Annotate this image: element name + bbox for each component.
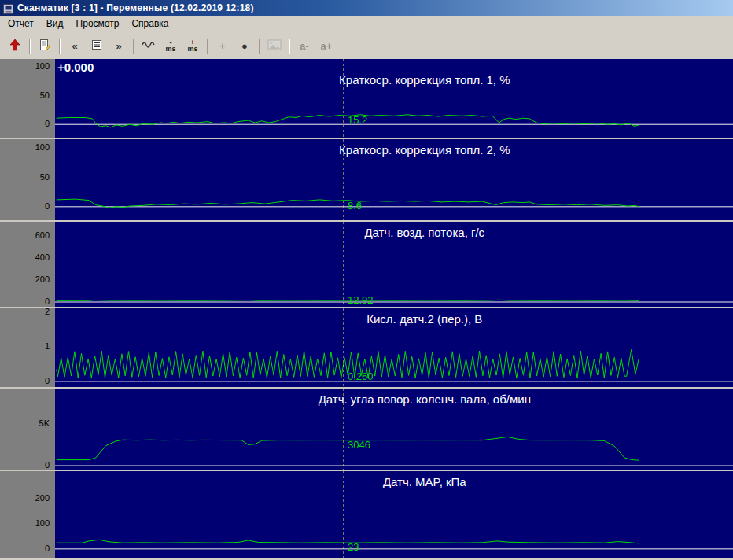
- font-smaller-icon: a-: [300, 41, 309, 51]
- list-icon: [90, 39, 103, 53]
- menu-item-browse[interactable]: Просмотр: [70, 17, 126, 30]
- cursor-value-label: 23: [348, 541, 359, 553]
- chart-axis: 5K0: [0, 389, 55, 470]
- chart-panel: 2001000 Датч. MAP, кПа 23: [0, 471, 733, 558]
- chart-title: Кисл. датч.2 (пер.), В: [366, 312, 482, 326]
- menu-bar: ОтчетВидПросмотрСправка: [0, 16, 733, 31]
- marker-icon: ●: [241, 41, 248, 51]
- report-icon: [39, 39, 51, 53]
- axis-tick-label: 100: [35, 61, 50, 72]
- menu-item-report[interactable]: Отчет: [2, 17, 40, 30]
- chart-plot[interactable]: Краткоср. коррекция топл. 2, % 8.6: [55, 139, 733, 220]
- cursor-value-label: 3046: [348, 439, 370, 451]
- chart-title: Датч. угла повор. коленч. вала, об/мин: [319, 392, 531, 406]
- chart-panel: 210 Кисл. датч.2 (пер.), В 0.260: [0, 308, 733, 387]
- toolbar-separator: [133, 39, 134, 54]
- axis-tick-label: 1: [45, 341, 50, 352]
- page-list-button[interactable]: [87, 37, 107, 56]
- wave-icon: [142, 39, 156, 53]
- axis-tick-label: 50: [40, 90, 50, 101]
- image-icon: [267, 39, 282, 53]
- toolbar: «»-ms+ms+●a-a+: [0, 31, 733, 59]
- chart-title: Краткоср. коррекция топл. 2, %: [339, 143, 510, 157]
- prev-page-button[interactable]: «: [64, 37, 85, 56]
- chart-axis: 210: [0, 308, 55, 387]
- cursor-time-label: +0.000: [57, 61, 94, 74]
- chart-title: Датч. возд. потока, г/с: [364, 226, 484, 239]
- time-scale-minus-button[interactable]: -ms: [160, 37, 181, 56]
- axis-tick-label: 0: [45, 201, 50, 212]
- toolbar-separator: [207, 39, 208, 54]
- charts-area: 100500 +0.000 Краткоср. коррекция топл. …: [0, 59, 733, 558]
- font-larger-button: a+: [316, 37, 337, 56]
- ms-label: ms: [187, 46, 197, 53]
- chart-plot[interactable]: +0.000 Краткоср. коррекция топл. 1, % 15…: [55, 59, 733, 138]
- chart-plot[interactable]: Датч. возд. потока, г/с 12.92: [55, 222, 733, 307]
- title-bar: Сканматик [3 : 1] - Переменные (12.02.20…: [0, 0, 733, 16]
- axis-tick-label: 0: [45, 460, 50, 470]
- chart-canvas: [55, 59, 733, 138]
- next-page-icon: »: [116, 41, 121, 51]
- chart-axis: 100500: [0, 59, 55, 138]
- back-arrow-icon: [9, 39, 20, 53]
- toolbar-separator: [29, 39, 31, 54]
- window-title: Сканматик [3 : 1] - Переменные (12.02.20…: [17, 2, 254, 13]
- menu-item-help[interactable]: Справка: [125, 17, 175, 30]
- axis-tick-label: 0: [45, 376, 50, 386]
- cursor-value-label: 12.92: [348, 294, 374, 306]
- axis-tick-label: 50: [40, 172, 50, 182]
- axis-tick-label: 5K: [39, 418, 50, 429]
- chart-panel: 100500 +0.000 Краткоср. коррекция топл. …: [0, 59, 733, 138]
- cursor-value-label: 8.6: [348, 200, 362, 212]
- time-scale-plus-button[interactable]: +ms: [182, 37, 203, 56]
- axis-tick-label: 100: [35, 142, 50, 153]
- chart-axis: 100500: [0, 139, 55, 220]
- chart-plot[interactable]: Кисл. датч.2 (пер.), В 0.260: [55, 308, 733, 387]
- axis-tick-label: 200: [35, 493, 50, 503]
- axis-tick-label: 600: [35, 230, 50, 241]
- font-smaller-button: a-: [294, 37, 315, 56]
- chart-panel: 6004002000 Датч. возд. потока, г/с 12.92: [0, 222, 733, 307]
- menu-item-view[interactable]: Вид: [40, 17, 70, 30]
- app-icon: [3, 3, 13, 13]
- axis-tick-label: 2: [45, 307, 50, 317]
- toolbar-separator: [289, 39, 290, 54]
- cursor-value-label: 15.2: [348, 114, 367, 126]
- chart-title: Датч. MAP, кПа: [383, 475, 466, 488]
- font-larger-icon: a+: [321, 41, 333, 51]
- next-page-button[interactable]: »: [109, 37, 129, 56]
- axis-tick-label: 0: [45, 543, 50, 554]
- axis-tick-label: 0: [45, 297, 50, 307]
- chart-plot[interactable]: Датч. угла повор. коленч. вала, об/мин 3…: [55, 389, 733, 470]
- app-window: Сканматик [3 : 1] - Переменные (12.02.20…: [0, 0, 733, 560]
- marker-button[interactable]: ●: [234, 37, 255, 56]
- chart-panel: 5K0 Датч. угла повор. коленч. вала, об/м…: [0, 389, 733, 470]
- ms-label: ms: [165, 46, 175, 53]
- crosshair-button: +: [212, 37, 233, 56]
- toolbar-separator: [59, 39, 61, 54]
- back-button[interactable]: [5, 37, 25, 56]
- axis-tick-label: 400: [35, 252, 50, 263]
- waveform-button[interactable]: [138, 37, 159, 56]
- toolbar-separator: [259, 39, 260, 54]
- chart-title: Краткоср. коррекция топл. 1, %: [339, 73, 510, 87]
- crosshair-icon: +: [219, 41, 226, 51]
- chart-axis: 6004002000: [0, 222, 55, 307]
- screenshot-button: [264, 37, 285, 56]
- axis-tick-label: 100: [35, 518, 50, 529]
- prev-page-icon: «: [72, 41, 77, 51]
- chart-panel: 100500 Краткоср. коррекция топл. 2, % 8.…: [0, 139, 733, 220]
- axis-tick-label: 0: [45, 119, 50, 129]
- chart-plot[interactable]: Датч. MAP, кПа 23: [55, 471, 733, 558]
- axis-tick-label: 200: [35, 274, 50, 285]
- report-button[interactable]: [35, 37, 55, 56]
- cursor-value-label: 0.260: [348, 370, 374, 382]
- chart-axis: 2001000: [0, 471, 55, 558]
